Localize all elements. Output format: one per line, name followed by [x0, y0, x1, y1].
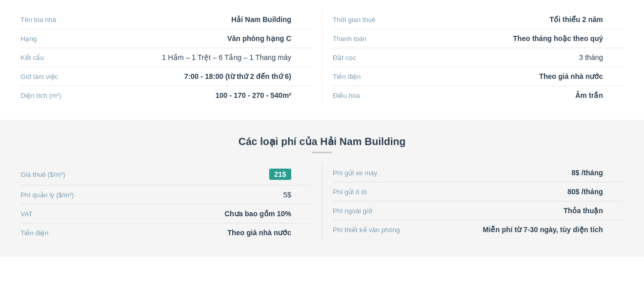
info-label: Điều hòa: [333, 92, 425, 99]
fee-label: Phí thiết kế văn phòng: [333, 226, 435, 234]
info-value: Hải Nam Building: [113, 15, 312, 24]
fee-right-col: Phí gửi xe máy8$ /thángPhí gửi ô tô80$ /…: [322, 163, 623, 242]
fee-label: Phí quản lý ($/m²): [21, 191, 123, 199]
fee-grid: Giá thuê ($/m²)21$Phí quản lý ($/m²)5$VA…: [21, 163, 623, 242]
info-value: 3 tháng: [425, 53, 623, 61]
info-label: Thời gian thuê: [333, 16, 425, 24]
info-value: 7:00 - 18:00 (từ thứ 2 đến thứ 6): [113, 72, 312, 80]
fee-badge: 21$: [269, 169, 291, 180]
info-value: Theo tháng hoặc theo quý: [425, 34, 623, 43]
fee-row: Tiền điệnTheo giá nhà nước: [21, 223, 312, 242]
fee-value: Miễn phí từ 7-30 ngày, tùy diện tích: [435, 225, 623, 234]
fee-row: VATChưa bao gồm 10%: [21, 204, 312, 223]
info-label: Thanh toán: [333, 35, 425, 43]
fee-row: Phí gửi xe máy8$ /tháng: [333, 163, 623, 182]
fee-value: Theo giá nhà nước: [123, 229, 312, 237]
fee-label: Tiền điện: [21, 229, 123, 237]
fee-row: Phí gửi ô tô80$ /tháng: [333, 182, 623, 201]
info-value: 100 - 170 - 270 - 540m²: [113, 91, 312, 99]
info-value: 1 Hầm – 1 Trệt – 6 Tầng – 1 Thang máy: [113, 53, 312, 61]
info-right-col: Thời gian thuêTối thiểu 2 nămThanh toánT…: [322, 10, 623, 105]
fee-left-col: Giá thuê ($/m²)21$Phí quản lý ($/m²)5$VA…: [21, 163, 322, 242]
info-value: Tối thiểu 2 năm: [425, 15, 623, 24]
info-label: Diện tích (m²): [21, 92, 113, 99]
fee-value: 80$ /tháng: [435, 188, 623, 196]
divider: [312, 152, 332, 153]
fee-label: Giá thuê ($/m²): [21, 171, 123, 178]
bottom-section: Các loại phí của Hải Nam Building Giá th…: [0, 120, 644, 257]
top-section: Tên tòa nhàHải Nam BuildingHạngVăn phòng…: [0, 0, 644, 120]
info-row: Kết cấu1 Hầm – 1 Trệt – 6 Tầng – 1 Thang…: [21, 48, 312, 67]
fee-row: Phí quản lý ($/m²)5$: [21, 186, 312, 204]
fee-label: Phí gửi ô tô: [333, 188, 435, 196]
fee-value: 21$: [123, 169, 312, 180]
fee-row: Phí thiết kế văn phòngMiễn phí từ 7-30 n…: [333, 220, 623, 239]
info-row: Giờ làm việc7:00 - 18:00 (từ thứ 2 đến t…: [21, 67, 312, 86]
fee-label: VAT: [21, 210, 123, 218]
info-row: Tiền điệnTheo giá nhà nước: [333, 67, 623, 86]
fee-value: 8$ /tháng: [435, 169, 623, 177]
info-label: Giờ làm việc: [21, 73, 113, 80]
fee-value: Chưa bao gồm 10%: [123, 210, 312, 218]
section-title: Các loại phí của Hải Nam Building: [21, 135, 623, 148]
info-row: HạngVăn phòng hạng C: [21, 29, 312, 48]
info-row: Điều hòaÂm trần: [333, 86, 623, 105]
info-label: Tiền điện: [333, 73, 425, 80]
info-label: Đặt cọc: [333, 54, 425, 61]
fee-value: 5$: [123, 191, 312, 199]
fee-value: Thỏa thuận: [435, 207, 623, 215]
info-value: Âm trần: [425, 91, 623, 99]
info-left-col: Tên tòa nhàHải Nam BuildingHạngVăn phòng…: [21, 10, 322, 105]
info-row: Diện tích (m²)100 - 170 - 270 - 540m²: [21, 86, 312, 105]
info-label: Hạng: [21, 35, 113, 43]
fee-row: Phí ngoài giờThỏa thuận: [333, 201, 623, 220]
info-value: Theo giá nhà nước: [425, 72, 623, 80]
fee-row: Giá thuê ($/m²)21$: [21, 163, 312, 186]
info-value: Văn phòng hạng C: [113, 34, 312, 43]
info-label: Kết cấu: [21, 54, 113, 61]
info-label: Tên tòa nhà: [21, 16, 113, 24]
info-row: Thanh toánTheo tháng hoặc theo quý: [333, 29, 623, 48]
info-row: Đặt cọc3 tháng: [333, 48, 623, 67]
info-row: Thời gian thuêTối thiểu 2 năm: [333, 10, 623, 29]
info-row: Tên tòa nhàHải Nam Building: [21, 10, 312, 29]
fee-label: Phí ngoài giờ: [333, 207, 435, 215]
info-grid: Tên tòa nhàHải Nam BuildingHạngVăn phòng…: [21, 10, 623, 105]
fee-label: Phí gửi xe máy: [333, 169, 435, 177]
